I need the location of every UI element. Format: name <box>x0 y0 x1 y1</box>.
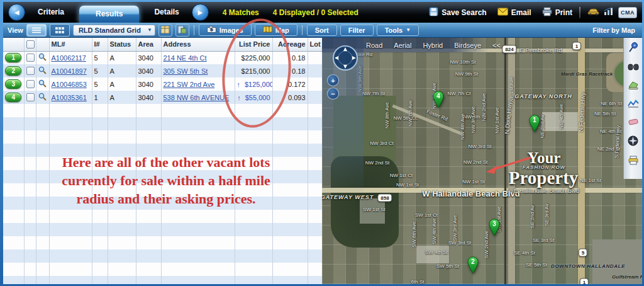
map-tab-hybrid[interactable]: Hybrid <box>423 42 443 49</box>
filter-by-map-button[interactable]: Filter by Map <box>592 26 638 34</box>
list-view-button[interactable] <box>26 24 47 37</box>
map-panel[interactable]: broke RdE Pembroke RdNW 10th StNW 9th St… <box>322 38 642 284</box>
tab-details[interactable]: Details <box>142 2 191 23</box>
eraser-icon[interactable] <box>628 117 639 129</box>
highway-shield: 1 <box>580 278 589 285</box>
row-checkbox[interactable] <box>26 93 35 101</box>
cma-button[interactable]: CMA <box>618 7 637 18</box>
address-link[interactable]: 538 NW 6th AVENUE <box>164 94 230 101</box>
table-row: 3A100468535A3040221 SW 2nd Ave↑$125,0000… <box>3 77 322 91</box>
svg-text:2: 2 <box>471 258 475 265</box>
map-tab-aerial[interactable]: Aerial <box>394 42 411 49</box>
stats-icon[interactable] <box>604 7 614 18</box>
address-link[interactable]: 305 SW 5th St <box>164 67 208 75</box>
spreadsheet-icon <box>161 25 169 36</box>
magnifier-icon[interactable] <box>38 55 47 62</box>
map-marker[interactable]: 2 <box>467 256 480 277</box>
ml-number-link[interactable]: A10041897 <box>52 67 87 75</box>
pushpin-icon[interactable] <box>628 42 639 55</box>
print-label: Print <box>555 8 572 17</box>
header-i[interactable]: I# <box>92 38 108 51</box>
tab-results[interactable]: Results <box>79 6 139 23</box>
cell-i: 5 <box>92 77 108 91</box>
printer-icon[interactable] <box>628 156 639 168</box>
cell-status: A <box>108 64 136 77</box>
cell-status: A <box>108 77 136 91</box>
address-link[interactable]: 214 NE 4th Ct <box>164 54 207 62</box>
map-compass-control[interactable] <box>332 45 358 74</box>
cell-lot <box>308 77 322 91</box>
map-marker[interactable]: 3 <box>488 219 501 239</box>
map-street-label: Gulfstream P <box>612 274 642 280</box>
select-all-checkbox[interactable] <box>26 40 35 49</box>
header-status[interactable]: Status <box>108 38 136 51</box>
map-street-label: NE 1st Ave <box>509 77 514 101</box>
map-street-label: NW 5th Ct. <box>393 115 418 121</box>
cell-acreage: 0.172 <box>272 77 308 91</box>
ml-number-link[interactable]: A10062117 <box>52 54 86 62</box>
spreadsheet-button[interactable] <box>158 24 172 37</box>
results-toolbar: View RLD Standard Grid ▼ Images Map Sort… <box>3 23 642 38</box>
row-number-badge[interactable]: 3 <box>5 79 21 89</box>
print-button[interactable]: Print <box>542 7 572 18</box>
row-checkbox[interactable] <box>26 67 35 75</box>
cell-status: A <box>108 91 136 104</box>
compass-icon[interactable] <box>628 135 638 149</box>
magnifier-icon[interactable] <box>38 68 47 76</box>
price-up-icon: ↑ <box>237 94 241 101</box>
annotation-text: Here are all of the other vacant lots cu… <box>21 153 311 208</box>
map-tab-birdseye[interactable]: Birdseye <box>454 42 481 49</box>
magnifier-icon[interactable] <box>38 94 47 102</box>
binoculars-icon[interactable] <box>628 62 639 74</box>
grid-format-select[interactable]: RLD Standard Grid ▼ <box>73 25 155 36</box>
highway-shield: 824 <box>502 45 516 54</box>
header-lot[interactable]: Lot <box>308 38 322 51</box>
car-icon[interactable] <box>587 7 599 18</box>
grid-view-button[interactable] <box>50 24 70 37</box>
ml-number-link[interactable]: A10046853 <box>52 81 87 88</box>
map-marker[interactable]: 1 <box>528 115 541 135</box>
lamp-icon[interactable] <box>628 81 639 92</box>
grid-format-value: RLD Standard Grid <box>79 26 141 34</box>
map-street-label: NW 10th St <box>450 59 476 65</box>
map-marker[interactable]: 4 <box>432 91 445 111</box>
cell-area: 3040 <box>136 91 161 104</box>
filter-button[interactable]: Filter <box>340 25 374 36</box>
ml-number-link[interactable]: A10035361 <box>52 94 87 101</box>
magnifier-icon[interactable] <box>38 81 47 89</box>
empty-row <box>3 263 322 276</box>
empty-row <box>3 130 322 144</box>
row-number-badge[interactable]: 4 <box>5 93 21 102</box>
map-street-label: NW 1st Ct <box>390 173 413 178</box>
map-zoom-in-button[interactable]: + <box>327 74 339 86</box>
header-acreage[interactable]: Acreage <box>272 38 308 51</box>
images-button[interactable]: Images <box>199 24 252 36</box>
header-ml[interactable]: ML# <box>49 38 92 51</box>
map-railroad <box>504 38 506 284</box>
camera-icon <box>207 26 216 34</box>
row-checkbox[interactable] <box>26 80 35 88</box>
row-checkbox[interactable] <box>26 54 35 62</box>
sort-button[interactable]: Sort <box>307 25 337 36</box>
map-street-label: SE 2nd Av <box>530 205 535 228</box>
row-number-badge[interactable]: 2 <box>5 66 21 76</box>
header-list-price[interactable]: List Price <box>235 38 272 51</box>
map-tab-road[interactable]: Road <box>366 42 382 49</box>
header-area[interactable]: Area <box>136 38 161 51</box>
svg-text:3: 3 <box>492 220 496 227</box>
map-street-label: SE 3rd St <box>533 237 554 243</box>
back-button[interactable]: ◀ <box>8 4 25 21</box>
tab-criteria[interactable]: Criteria <box>25 2 77 23</box>
map-button[interactable]: Map <box>255 24 297 36</box>
save-search-button[interactable]: Save Search <box>429 7 486 18</box>
header-address[interactable]: Address <box>161 38 235 51</box>
chart-icon[interactable] <box>628 99 639 110</box>
email-button[interactable]: Email <box>497 8 531 18</box>
map-tabs-collapse[interactable]: << <box>492 42 501 49</box>
map-zoom-out-button[interactable]: − <box>327 88 339 100</box>
row-number-badge[interactable]: 1 <box>5 53 21 62</box>
export-button[interactable] <box>175 24 189 37</box>
tools-button[interactable]: Tools ▼ <box>377 25 419 36</box>
address-link[interactable]: 221 SW 2nd Ave <box>164 81 215 88</box>
forward-button[interactable]: ▶ <box>192 4 209 21</box>
